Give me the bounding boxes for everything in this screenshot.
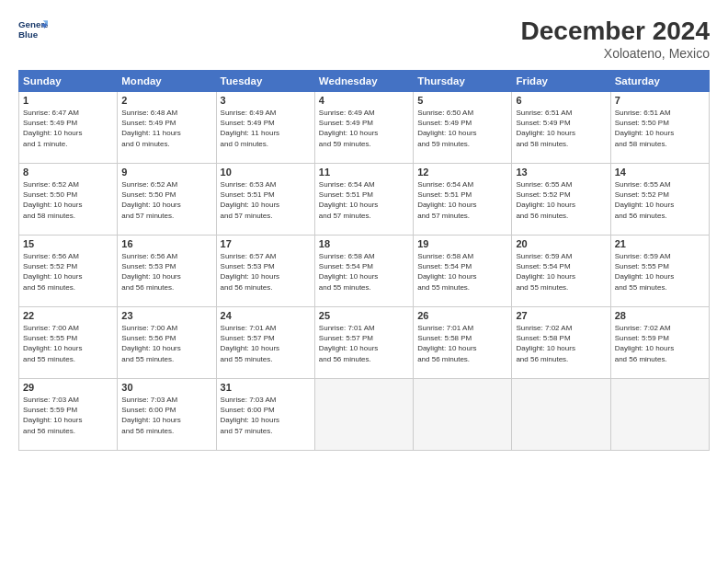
table-row: 8Sunrise: 6:52 AMSunset: 5:50 PMDaylight… <box>19 164 118 236</box>
calendar-week-row: 1Sunrise: 6:47 AMSunset: 5:49 PMDaylight… <box>19 92 710 164</box>
day-info: Sunrise: 6:59 AMSunset: 5:55 PMDaylight:… <box>615 251 705 293</box>
table-row <box>512 379 610 451</box>
day-info: Sunrise: 6:58 AMSunset: 5:54 PMDaylight:… <box>319 251 409 293</box>
col-thursday: Thursday <box>414 71 512 92</box>
calendar-week-row: 22Sunrise: 7:00 AMSunset: 5:55 PMDayligh… <box>19 307 710 379</box>
day-info: Sunrise: 6:59 AMSunset: 5:54 PMDaylight:… <box>516 251 606 293</box>
table-row: 18Sunrise: 6:58 AMSunset: 5:54 PMDayligh… <box>314 236 413 307</box>
col-monday: Monday <box>118 71 216 92</box>
day-info: Sunrise: 7:03 AMSunset: 6:00 PMDaylight:… <box>121 395 211 436</box>
day-number: 11 <box>319 167 409 178</box>
table-row: 13Sunrise: 6:55 AMSunset: 5:52 PMDayligh… <box>512 164 610 236</box>
day-number: 25 <box>319 310 409 321</box>
day-info: Sunrise: 7:01 AMSunset: 5:57 PMDaylight:… <box>319 323 409 364</box>
day-number: 20 <box>516 238 606 249</box>
day-number: 12 <box>417 167 507 178</box>
day-info: Sunrise: 6:56 AMSunset: 5:53 PMDaylight:… <box>121 251 211 293</box>
day-number: 9 <box>121 167 211 178</box>
day-info: Sunrise: 6:52 AMSunset: 5:50 PMDaylight:… <box>23 179 113 221</box>
col-sunday: Sunday <box>19 71 118 92</box>
table-row: 15Sunrise: 6:56 AMSunset: 5:52 PMDayligh… <box>19 236 118 307</box>
day-info: Sunrise: 6:49 AMSunset: 5:49 PMDaylight:… <box>319 108 409 149</box>
header-row: Sunday Monday Tuesday Wednesday Thursday… <box>19 71 710 92</box>
svg-text:Blue: Blue <box>18 29 39 40</box>
day-number: 29 <box>23 382 113 393</box>
day-info: Sunrise: 6:53 AMSunset: 5:51 PMDaylight:… <box>221 179 311 221</box>
day-info: Sunrise: 6:47 AMSunset: 5:49 PMDaylight:… <box>23 108 113 149</box>
day-info: Sunrise: 6:55 AMSunset: 5:52 PMDaylight:… <box>615 179 705 221</box>
table-row: 1Sunrise: 6:47 AMSunset: 5:49 PMDaylight… <box>19 92 118 164</box>
day-info: Sunrise: 6:50 AMSunset: 5:49 PMDaylight:… <box>417 108 507 149</box>
calendar-table: Sunday Monday Tuesday Wednesday Thursday… <box>18 70 710 451</box>
day-number: 24 <box>221 310 311 321</box>
table-row: 26Sunrise: 7:01 AMSunset: 5:58 PMDayligh… <box>414 307 512 379</box>
header: General Blue December 2024 Xoloateno, Me… <box>18 17 710 61</box>
table-row: 10Sunrise: 6:53 AMSunset: 5:51 PMDayligh… <box>216 164 314 236</box>
day-number: 1 <box>23 95 113 106</box>
table-row: 25Sunrise: 7:01 AMSunset: 5:57 PMDayligh… <box>314 307 413 379</box>
day-info: Sunrise: 6:56 AMSunset: 5:52 PMDaylight:… <box>23 251 113 293</box>
day-number: 28 <box>615 310 705 321</box>
day-number: 14 <box>615 167 705 178</box>
day-number: 13 <box>516 167 606 178</box>
table-row: 22Sunrise: 7:00 AMSunset: 5:55 PMDayligh… <box>19 307 118 379</box>
calendar-week-row: 8Sunrise: 6:52 AMSunset: 5:50 PMDaylight… <box>19 164 710 236</box>
day-info: Sunrise: 6:49 AMSunset: 5:49 PMDaylight:… <box>221 108 311 149</box>
day-number: 17 <box>221 238 311 249</box>
table-row: 31Sunrise: 7:03 AMSunset: 6:00 PMDayligh… <box>216 379 314 451</box>
day-info: Sunrise: 6:48 AMSunset: 5:49 PMDaylight:… <box>121 108 211 149</box>
table-row: 28Sunrise: 7:02 AMSunset: 5:59 PMDayligh… <box>610 307 709 379</box>
table-row: 16Sunrise: 6:56 AMSunset: 5:53 PMDayligh… <box>118 236 216 307</box>
table-row: 30Sunrise: 7:03 AMSunset: 6:00 PMDayligh… <box>118 379 216 451</box>
day-info: Sunrise: 7:00 AMSunset: 5:55 PMDaylight:… <box>23 323 113 364</box>
day-number: 6 <box>516 95 606 106</box>
table-row <box>414 379 512 451</box>
day-info: Sunrise: 6:51 AMSunset: 5:49 PMDaylight:… <box>516 108 606 149</box>
day-number: 31 <box>221 382 311 393</box>
day-number: 15 <box>23 238 113 249</box>
day-number: 2 <box>121 95 211 106</box>
day-info: Sunrise: 6:54 AMSunset: 5:51 PMDaylight:… <box>319 179 409 221</box>
day-number: 7 <box>615 95 705 106</box>
table-row: 21Sunrise: 6:59 AMSunset: 5:55 PMDayligh… <box>610 236 709 307</box>
table-row: 23Sunrise: 7:00 AMSunset: 5:56 PMDayligh… <box>118 307 216 379</box>
day-info: Sunrise: 7:02 AMSunset: 5:59 PMDaylight:… <box>615 323 705 364</box>
table-row: 9Sunrise: 6:52 AMSunset: 5:50 PMDaylight… <box>118 164 216 236</box>
table-row: 19Sunrise: 6:58 AMSunset: 5:54 PMDayligh… <box>414 236 512 307</box>
calendar-week-row: 29Sunrise: 7:03 AMSunset: 5:59 PMDayligh… <box>19 379 710 451</box>
day-number: 18 <box>319 238 409 249</box>
day-info: Sunrise: 6:55 AMSunset: 5:52 PMDaylight:… <box>516 179 606 221</box>
day-number: 5 <box>417 95 507 106</box>
table-row: 11Sunrise: 6:54 AMSunset: 5:51 PMDayligh… <box>314 164 413 236</box>
table-row: 6Sunrise: 6:51 AMSunset: 5:49 PMDaylight… <box>512 92 610 164</box>
day-number: 21 <box>615 238 705 249</box>
day-info: Sunrise: 7:03 AMSunset: 6:00 PMDaylight:… <box>221 395 311 436</box>
table-row: 27Sunrise: 7:02 AMSunset: 5:58 PMDayligh… <box>512 307 610 379</box>
day-info: Sunrise: 7:00 AMSunset: 5:56 PMDaylight:… <box>121 323 211 364</box>
logo-icon: General Blue <box>18 17 48 42</box>
day-info: Sunrise: 7:01 AMSunset: 5:58 PMDaylight:… <box>417 323 507 364</box>
col-wednesday: Wednesday <box>314 71 413 92</box>
day-info: Sunrise: 6:58 AMSunset: 5:54 PMDaylight:… <box>417 251 507 293</box>
table-row: 24Sunrise: 7:01 AMSunset: 5:57 PMDayligh… <box>216 307 314 379</box>
table-row: 2Sunrise: 6:48 AMSunset: 5:49 PMDaylight… <box>118 92 216 164</box>
col-saturday: Saturday <box>610 71 709 92</box>
table-row: 4Sunrise: 6:49 AMSunset: 5:49 PMDaylight… <box>314 92 413 164</box>
day-number: 22 <box>23 310 113 321</box>
table-row: 17Sunrise: 6:57 AMSunset: 5:53 PMDayligh… <box>216 236 314 307</box>
day-number: 27 <box>516 310 606 321</box>
day-number: 26 <box>417 310 507 321</box>
table-row <box>610 379 709 451</box>
table-row: 20Sunrise: 6:59 AMSunset: 5:54 PMDayligh… <box>512 236 610 307</box>
logo: General Blue <box>18 17 48 42</box>
day-info: Sunrise: 7:01 AMSunset: 5:57 PMDaylight:… <box>221 323 311 364</box>
day-number: 4 <box>319 95 409 106</box>
table-row: 14Sunrise: 6:55 AMSunset: 5:52 PMDayligh… <box>610 164 709 236</box>
day-number: 19 <box>417 238 507 249</box>
table-row: 12Sunrise: 6:54 AMSunset: 5:51 PMDayligh… <box>414 164 512 236</box>
calendar-title: December 2024 <box>521 17 710 46</box>
calendar-page: General Blue December 2024 Xoloateno, Me… <box>0 0 728 563</box>
day-number: 23 <box>121 310 211 321</box>
day-info: Sunrise: 7:03 AMSunset: 5:59 PMDaylight:… <box>23 395 113 436</box>
day-number: 8 <box>23 167 113 178</box>
